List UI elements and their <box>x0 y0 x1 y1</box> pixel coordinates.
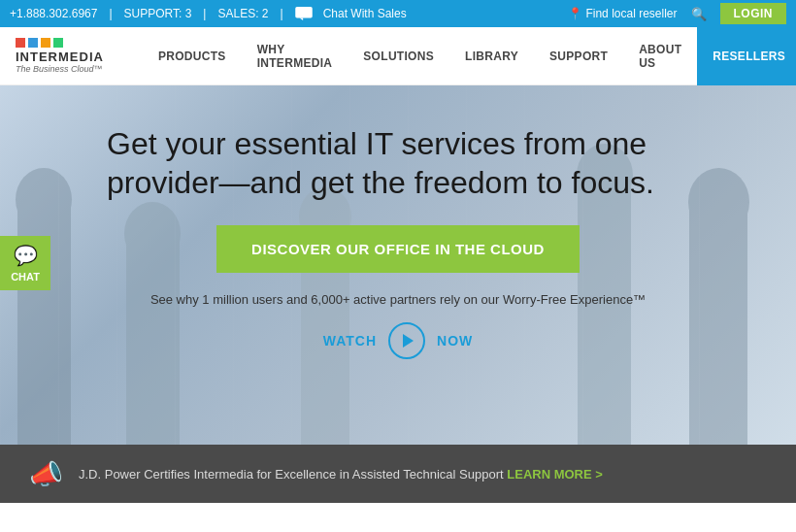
watch-row: WATCH NOW <box>0 322 796 359</box>
hero-content: Get your essential IT services from one … <box>0 85 796 359</box>
chat-bubble-icon: 💬 <box>6 244 45 267</box>
learn-more-link[interactable]: LEARN MORE > <box>507 467 603 482</box>
bottom-banner: 📣 J.D. Power Certifies Intermedia for Ex… <box>0 445 796 503</box>
play-icon <box>401 333 415 349</box>
sales-count[interactable]: SALES: 2 <box>217 7 268 20</box>
logo-bars <box>16 38 104 48</box>
nav-why-intermedia[interactable]: WHY INTERMEDIA <box>242 27 348 85</box>
logo-bar-blue <box>28 38 38 48</box>
banner-main-text: J.D. Power Certifies Intermedia for Exce… <box>79 467 504 482</box>
logo-bar-green <box>53 38 63 48</box>
top-bar: +1.888.302.6967 | SUPPORT: 3 | SALES: 2 … <box>0 0 796 27</box>
watch-label[interactable]: WATCH <box>323 333 377 349</box>
nav-resellers[interactable]: RESELLERS <box>697 27 796 85</box>
headline-line1: Get your essential IT services from one <box>107 126 647 161</box>
nav-about-us[interactable]: ABOUT US <box>623 27 697 85</box>
find-reseller-label[interactable]: 📍Find local reseller <box>568 7 677 20</box>
svg-marker-2 <box>403 334 414 348</box>
sep3: | <box>281 7 283 20</box>
chat-icon <box>295 7 313 20</box>
phone-number[interactable]: +1.888.302.6967 <box>10 7 97 20</box>
navigation: INTERMEDIA The Business Cloud™ PRODUCTS … <box>0 27 796 85</box>
top-bar-left: +1.888.302.6967 | SUPPORT: 3 | SALES: 2 … <box>10 7 407 20</box>
hero-headline: Get your essential IT services from one … <box>49 124 747 202</box>
headline-line2: provider—and get the freedom to focus. <box>107 165 654 200</box>
chat-sales-label[interactable]: Chat With Sales <box>323 7 407 20</box>
logo-name: INTERMEDIA <box>16 50 104 64</box>
logo: INTERMEDIA The Business Cloud™ <box>16 38 104 74</box>
support-count[interactable]: SUPPORT: 3 <box>124 7 192 20</box>
logo-bar-yellow <box>41 38 50 48</box>
discover-button[interactable]: DISCOVER OUR OFFICE IN THE CLOUD <box>216 225 580 273</box>
nav-links: PRODUCTS WHY INTERMEDIA SOLUTIONS LIBRAR… <box>143 27 796 85</box>
hero-subtext: See why 1 million users and 6,000+ activ… <box>0 292 796 307</box>
sep2: | <box>203 7 206 20</box>
nav-support[interactable]: SUPPORT <box>534 27 623 85</box>
login-button[interactable]: LOGIN <box>720 3 787 24</box>
nav-solutions[interactable]: SOLUTIONS <box>348 27 449 85</box>
banner-text: J.D. Power Certifies Intermedia for Exce… <box>79 467 603 482</box>
logo-bar-red <box>16 38 25 48</box>
chat-button[interactable]: 💬 CHAT <box>0 236 50 290</box>
chat-label: CHAT <box>11 271 40 283</box>
top-bar-right: 📍Find local reseller 🔍 LOGIN <box>568 3 786 24</box>
nav-products[interactable]: PRODUCTS <box>143 27 242 85</box>
svg-rect-0 <box>295 7 313 17</box>
logo-tagline: The Business Cloud™ <box>16 64 104 74</box>
search-icon[interactable]: 🔍 <box>691 7 707 21</box>
hero-section: 💬 CHAT Get your essential IT services fr… <box>0 85 796 445</box>
play-button[interactable] <box>388 322 425 359</box>
jdpower-icon: 📣 <box>29 458 63 490</box>
sep1: | <box>109 7 112 20</box>
svg-marker-1 <box>299 17 303 20</box>
nav-library[interactable]: LIBRARY <box>449 27 534 85</box>
now-label[interactable]: NOW <box>437 333 473 349</box>
